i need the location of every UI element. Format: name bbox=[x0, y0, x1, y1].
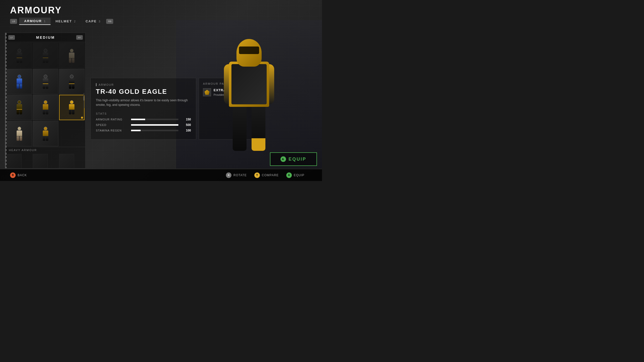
item-card[interactable] bbox=[33, 121, 58, 146]
header: ARMOURY LB ARMOUR 1 HELMET 2 CAPE 3 RB bbox=[10, 5, 312, 25]
scroll-thumb bbox=[84, 96, 84, 101]
item-card[interactable] bbox=[7, 154, 22, 168]
compare-label: COMPARE bbox=[262, 173, 279, 177]
equip-bottom-label: EQUIP bbox=[294, 173, 304, 177]
mini-legs bbox=[69, 110, 74, 114]
mini-torso bbox=[17, 104, 22, 110]
item-card[interactable] bbox=[33, 95, 58, 120]
armor-figure bbox=[7, 43, 32, 68]
mini-leg-right bbox=[72, 84, 74, 89]
armor-figure bbox=[33, 43, 58, 68]
mini-head bbox=[70, 75, 73, 78]
mini-leg-left bbox=[69, 58, 71, 63]
mini-head bbox=[18, 127, 21, 130]
mini-leg-right bbox=[46, 84, 48, 89]
item-card[interactable] bbox=[59, 43, 85, 68]
armor-figure bbox=[59, 69, 84, 94]
armor-figure bbox=[59, 43, 84, 68]
mini-torso bbox=[69, 104, 74, 110]
item-card[interactable] bbox=[59, 69, 85, 94]
b-icon: B bbox=[10, 172, 16, 178]
stat-label: ARMOUR RATING bbox=[96, 118, 129, 121]
stat-bar bbox=[131, 124, 178, 126]
stat-value: 150 bbox=[181, 118, 191, 121]
mini-legs bbox=[17, 58, 22, 63]
a-button-icon: A bbox=[280, 156, 286, 162]
tab-armour-num: 1 bbox=[44, 20, 46, 23]
page-title: ARMOURY bbox=[10, 5, 312, 16]
rotate-button[interactable]: R ROTATE bbox=[226, 172, 247, 178]
item-card[interactable] bbox=[33, 69, 58, 94]
rb-button[interactable]: RB bbox=[106, 19, 113, 24]
char-left-leg bbox=[233, 106, 247, 151]
mini-head bbox=[44, 100, 47, 104]
lt-button[interactable]: LT bbox=[8, 35, 15, 40]
armor-figure-selected bbox=[60, 95, 84, 120]
char-right-leg bbox=[252, 106, 265, 151]
info-row: ARMOUR TR-40 GOLD EAGLE This high-visibi… bbox=[86, 78, 317, 140]
mini-leg-right bbox=[46, 58, 48, 63]
stat-label: STAMINA REGEN bbox=[96, 129, 129, 132]
rt-button[interactable]: RT bbox=[76, 35, 83, 40]
mini-leg-right bbox=[20, 58, 22, 63]
compare-button[interactable]: Y COMPARE bbox=[254, 172, 279, 178]
item-name: TR-40 GOLD EAGLE bbox=[96, 88, 191, 96]
mini-head bbox=[18, 75, 21, 78]
a-icon: A bbox=[286, 172, 292, 178]
stat-bar-container bbox=[131, 119, 178, 120]
mini-leg-left bbox=[17, 58, 19, 63]
equip-bottom-button[interactable]: A EQUIP bbox=[286, 172, 304, 178]
mini-head bbox=[70, 49, 73, 52]
item-card[interactable] bbox=[59, 154, 74, 168]
tab-helmet[interactable]: HELMET 2 bbox=[51, 18, 81, 25]
stat-row-speed: SPEED 500 bbox=[96, 123, 191, 127]
item-card[interactable] bbox=[7, 43, 32, 68]
stat-bar bbox=[131, 119, 145, 120]
mini-leg-right bbox=[20, 84, 22, 89]
bottom-bar: B BACK R ROTATE Y COMPARE A EQUIP bbox=[0, 169, 322, 181]
tab-armour[interactable]: ARMOUR 1 bbox=[19, 18, 51, 25]
mini-legs bbox=[17, 84, 22, 89]
back-button[interactable]: B BACK bbox=[10, 172, 27, 178]
stat-bar-container bbox=[131, 124, 178, 126]
mini-leg-left bbox=[69, 84, 71, 89]
mini-head bbox=[70, 100, 73, 104]
tab-cape[interactable]: CAPE 3 bbox=[80, 18, 105, 25]
tab-armour-label: ARMOUR bbox=[24, 19, 42, 23]
mini-head bbox=[18, 49, 21, 52]
item-desc: This high-visibility armour allows it's … bbox=[96, 98, 191, 107]
right-section: ARMOUR TR-40 GOLD EAGLE This high-visibi… bbox=[86, 33, 317, 168]
armor-figure bbox=[7, 121, 32, 146]
mini-leg-right bbox=[72, 110, 74, 114]
lb-button[interactable]: LB bbox=[10, 19, 17, 24]
armor-figure bbox=[7, 69, 32, 94]
item-card[interactable] bbox=[33, 43, 58, 68]
armor-figure bbox=[33, 95, 58, 120]
mini-leg-right bbox=[20, 110, 22, 114]
mini-torso bbox=[69, 53, 74, 58]
subsection-header: HEAVY ARMOUR bbox=[6, 147, 85, 153]
stats-section: STATS ARMOUR RATING 150 SPEED bbox=[96, 112, 191, 132]
equip-button[interactable]: A EQUIP bbox=[270, 152, 317, 166]
mini-legs bbox=[43, 136, 48, 141]
tab-cape-num: 3 bbox=[99, 20, 100, 23]
item-category: ARMOUR bbox=[96, 83, 191, 86]
passive-icon bbox=[203, 88, 211, 96]
mini-legs bbox=[43, 84, 48, 89]
stats-title: STATS bbox=[96, 112, 191, 115]
item-card[interactable] bbox=[7, 95, 32, 120]
y-icon: Y bbox=[254, 172, 260, 178]
mini-leg-right bbox=[20, 136, 22, 141]
item-card[interactable] bbox=[7, 121, 32, 146]
item-card[interactable] bbox=[33, 154, 48, 168]
stat-value: 100 bbox=[181, 129, 191, 132]
bottom-items-partial bbox=[6, 153, 85, 168]
mini-leg-left bbox=[17, 136, 19, 141]
char-torso bbox=[229, 62, 269, 107]
item-card[interactable] bbox=[7, 69, 32, 94]
item-card-selected[interactable] bbox=[59, 95, 85, 120]
mini-leg-left bbox=[43, 84, 45, 89]
armor-figure bbox=[7, 95, 32, 120]
r-icon: R bbox=[226, 172, 231, 178]
mini-legs bbox=[43, 110, 48, 114]
